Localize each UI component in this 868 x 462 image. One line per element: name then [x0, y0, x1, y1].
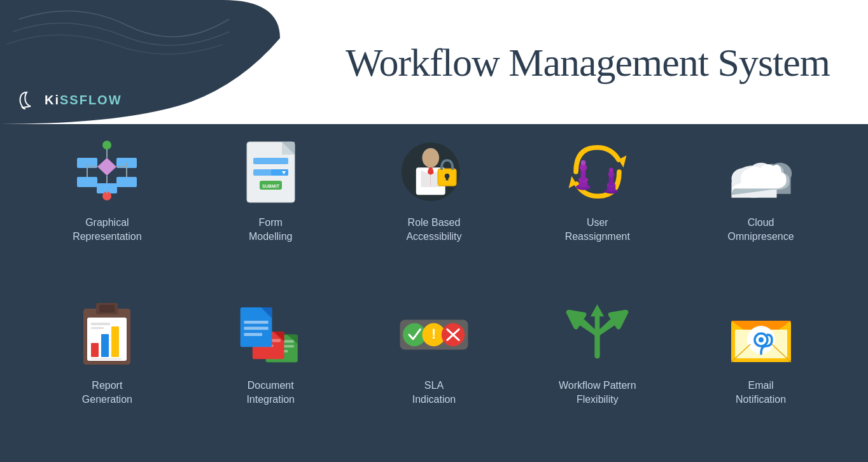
feature-graphical-representation: GraphicalRepresentation [43, 137, 171, 244]
feature-user-reassignment: UserReassignment [534, 137, 661, 244]
cloud-omnipresence-label: CloudOmnipresence [728, 216, 794, 244]
features-grid: GraphicalRepresentation [0, 124, 868, 462]
svg-rect-24 [271, 169, 288, 176]
role-based-icon [399, 137, 469, 207]
graphical-representation-icon [72, 137, 142, 207]
document-integration-icon [235, 300, 305, 370]
feature-report-generation: ReportGeneration [43, 300, 171, 407]
svg-rect-49 [608, 176, 613, 186]
feature-email-notification: EmailNotification [697, 300, 825, 407]
logo: KiSSFLOW [18, 90, 122, 110]
svg-marker-4 [97, 158, 116, 176]
logo-icon [18, 90, 41, 110]
svg-point-50 [608, 171, 615, 178]
user-reassignment-label: UserReassignment [565, 216, 630, 244]
svg-marker-96 [591, 304, 604, 316]
workflow-pattern-label: Workflow PatternFlexibility [559, 379, 636, 407]
form-modelling-icon: SUBMIT [235, 137, 305, 207]
svg-rect-85 [244, 333, 263, 336]
workflow-pattern-icon [563, 300, 633, 370]
svg-rect-66 [101, 334, 109, 357]
sla-indication-icon: ! [399, 300, 469, 370]
role-based-label: Role BasedAccessibility [406, 216, 461, 244]
graphical-representation-label: GraphicalRepresentation [73, 216, 142, 244]
feature-sla-indication: ! SLAIndication [370, 300, 498, 407]
page-title: Workflow Management System [346, 39, 830, 85]
svg-rect-67 [111, 326, 119, 357]
feature-workflow-pattern: Workflow PatternFlexibility [534, 300, 661, 407]
feature-document-integration: DocumentIntegration [207, 300, 334, 407]
svg-rect-65 [91, 343, 99, 357]
feature-role-based: Role BasedAccessibility [370, 137, 498, 244]
logo-text: KiSSFLOW [45, 93, 122, 108]
features-row-2: ReportGeneration [25, 300, 843, 450]
svg-point-31 [422, 148, 439, 168]
svg-rect-37 [446, 176, 449, 181]
report-generation-label: ReportGeneration [82, 379, 132, 407]
features-row-1: GraphicalRepresentation [25, 137, 843, 287]
svg-rect-83 [244, 321, 269, 324]
user-reassignment-icon [563, 137, 633, 207]
document-integration-label: DocumentIntegration [246, 379, 295, 407]
form-modelling-label: FormModelling [249, 216, 292, 244]
report-generation-icon [72, 300, 142, 370]
svg-rect-63 [99, 305, 115, 312]
svg-text:SUBMIT: SUBMIT [262, 184, 280, 188]
header: KiSSFLOW Workflow Management System [0, 0, 868, 124]
cloud-omnipresence-icon [726, 137, 796, 207]
svg-point-0 [102, 141, 111, 150]
svg-point-51 [609, 168, 613, 172]
feature-form-modelling: SUBMIT FormModelling [207, 137, 334, 244]
email-notification-label: EmailNotification [736, 379, 786, 407]
svg-rect-69 [91, 323, 110, 325]
svg-point-102 [759, 337, 764, 342]
svg-rect-10 [77, 177, 97, 187]
sla-indication-label: SLAIndication [412, 379, 456, 407]
svg-rect-22 [253, 158, 288, 164]
svg-rect-12 [116, 177, 137, 187]
svg-rect-43 [580, 170, 585, 181]
email-notification-icon [726, 300, 796, 370]
svg-text:!: ! [431, 326, 436, 342]
svg-rect-84 [244, 326, 269, 330]
svg-rect-70 [91, 327, 104, 329]
feature-cloud-omnipresence: CloudOmnipresence [697, 137, 825, 244]
svg-point-45 [580, 160, 585, 165]
